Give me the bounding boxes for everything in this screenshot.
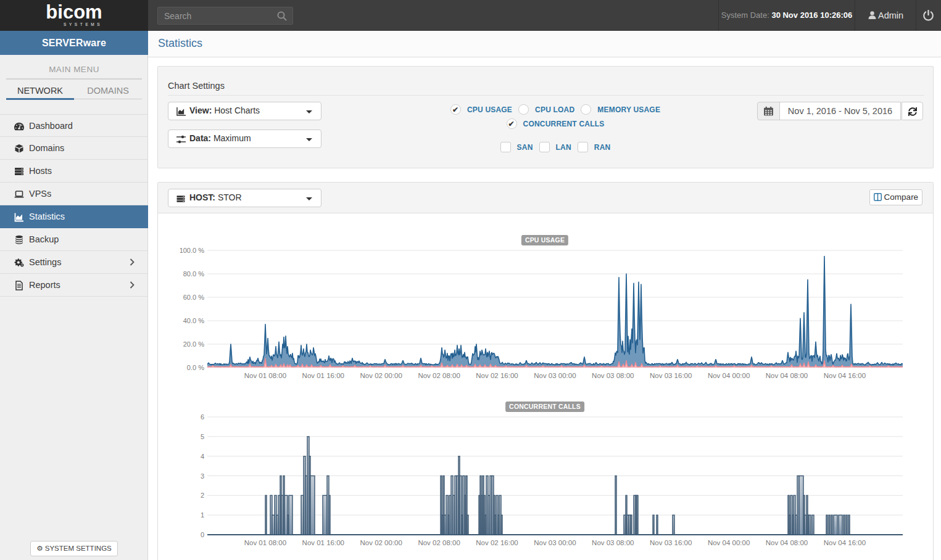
svg-text:Nov 04 00:00: Nov 04 00:00 [708,539,750,546]
svg-text:Nov 04 00:00: Nov 04 00:00 [708,372,750,379]
svg-text:Nov 01 16:00: Nov 01 16:00 [302,539,344,546]
svg-text:4: 4 [201,453,204,460]
svg-text:Nov 03 08:00: Nov 03 08:00 [592,539,634,546]
svg-text:Nov 04 16:00: Nov 04 16:00 [824,539,866,546]
svg-text:1: 1 [201,511,204,519]
svg-text:60.0 %: 60.0 % [183,294,204,301]
svg-text:Nov 02 00:00: Nov 02 00:00 [360,539,402,546]
svg-text:Nov 04 08:00: Nov 04 08:00 [766,372,808,379]
svg-text:6: 6 [201,413,204,421]
svg-text:Nov 02 16:00: Nov 02 16:00 [476,539,518,546]
svg-text:Nov 02 00:00: Nov 02 00:00 [360,372,402,379]
svg-text:Nov 01 08:00: Nov 01 08:00 [244,372,286,379]
svg-text:Nov 04 16:00: Nov 04 16:00 [824,372,866,379]
svg-text:2: 2 [201,492,204,499]
svg-text:5: 5 [201,433,204,440]
svg-text:Nov 04 08:00: Nov 04 08:00 [766,539,808,546]
svg-text:Nov 02 08:00: Nov 02 08:00 [418,539,460,546]
svg-text:Nov 02 16:00: Nov 02 16:00 [476,372,518,379]
svg-text:80.0 %: 80.0 % [183,270,204,278]
svg-text:100.0 %: 100.0 % [180,247,205,254]
svg-text:Nov 03 16:00: Nov 03 16:00 [650,539,692,546]
svg-text:40.0 %: 40.0 % [183,317,204,324]
svg-text:Nov 02 08:00: Nov 02 08:00 [418,372,460,379]
svg-text:0.0 %: 0.0 % [187,364,204,371]
svg-text:Nov 03 16:00: Nov 03 16:00 [650,372,692,379]
svg-text:0: 0 [201,531,204,538]
svg-text:Nov 03 00:00: Nov 03 00:00 [534,372,576,379]
svg-text:Nov 01 08:00: Nov 01 08:00 [244,539,286,546]
svg-text:20.0 %: 20.0 % [183,340,204,348]
svg-text:3: 3 [201,472,204,480]
svg-text:Nov 03 00:00: Nov 03 00:00 [534,539,576,546]
svg-text:Nov 01 16:00: Nov 01 16:00 [302,372,344,379]
svg-text:Nov 03 08:00: Nov 03 08:00 [592,372,634,379]
